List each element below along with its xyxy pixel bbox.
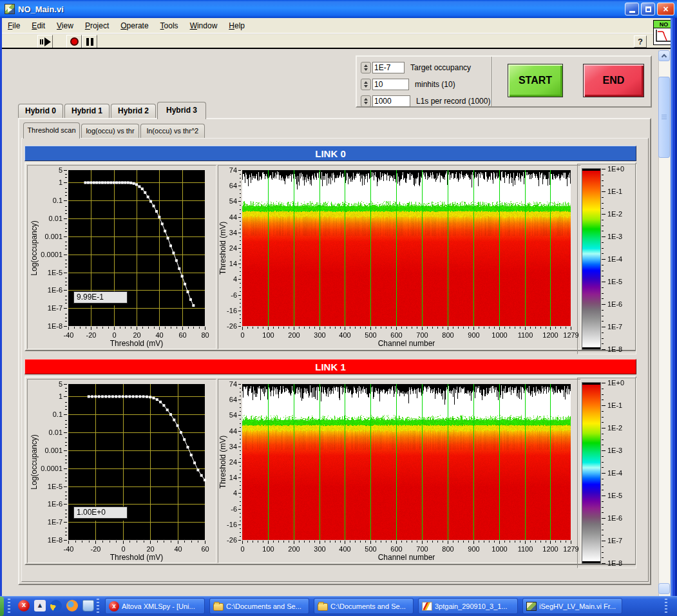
toolbar — [2, 34, 675, 49]
taskbar-separator — [8, 599, 10, 614]
decrement-icon — [364, 102, 368, 104]
link1-cursor-value: 1.00E+0 — [73, 506, 128, 519]
window-border-right — [671, 18, 677, 596]
menu-view[interactable]: View — [51, 19, 79, 33]
globe-icon[interactable] — [50, 600, 62, 611]
labview-front-panel-window: NO_Main.vi × File Edit View Project Oper… — [0, 0, 677, 616]
taskbar-button-explorer-1[interactable]: C:\Documents and Se... — [209, 598, 309, 614]
increment-icon — [364, 81, 368, 84]
glass-icon[interactable] — [82, 600, 94, 611]
l1s-per-record-label: L1s per record (1000) — [416, 97, 490, 106]
target-occupancy-stepper[interactable] — [361, 62, 371, 73]
link0-cursor-value: 9.99E-1 — [73, 291, 128, 303]
app-icon — [5, 4, 15, 14]
increment-icon — [364, 98, 368, 101]
minimize-icon — [629, 11, 635, 13]
menu-file[interactable]: File — [2, 19, 26, 33]
link0-color-scale[interactable] — [578, 165, 635, 353]
link0-threshold-scan-graph[interactable] — [28, 166, 216, 348]
link1-header: LINK 1 — [24, 359, 636, 374]
close-icon: × — [663, 5, 668, 14]
tab-hybrid-1[interactable]: Hybrid 1 — [64, 104, 110, 118]
pause-icon — [86, 38, 93, 46]
target-occupancy-label: Target occupancy — [410, 63, 471, 72]
scrollbar-up-button[interactable] — [658, 50, 670, 61]
labview-icon — [526, 602, 537, 611]
tab-hybrid-2[interactable]: Hybrid 2 — [111, 104, 156, 118]
scrollbar-down-button[interactable] — [658, 583, 670, 594]
decrement-icon — [364, 85, 368, 88]
taskbar-separator — [97, 599, 99, 614]
maximize-icon — [645, 6, 651, 12]
end-button[interactable]: END — [583, 64, 644, 97]
firefox-icon[interactable] — [66, 600, 78, 611]
window-title: NO_Main.vi — [18, 5, 64, 14]
title-bar[interactable]: NO_Main.vi — [0, 0, 677, 18]
run-arrow-icon — [40, 39, 44, 44]
link1-threshold-scan-graph[interactable] — [28, 380, 216, 562]
subtab-threshold-scan[interactable]: Threshold scan — [23, 122, 80, 139]
increment-icon — [364, 64, 368, 67]
subtab-log-occu-vs-thr[interactable]: log(occu) vs thr — [81, 124, 139, 139]
xmlspy-icon[interactable]: x — [18, 600, 30, 611]
stop-icon — [70, 37, 79, 46]
toolbar-divider — [0, 48, 677, 49]
decrement-icon — [364, 68, 368, 71]
scrollbar-thumb[interactable] — [658, 77, 670, 158]
run-button[interactable] — [37, 35, 53, 48]
link0-occupancy-map-graph[interactable] — [219, 166, 580, 348]
taskbar-button-xmlspy[interactable]: x Altova XMLSpy - [Uni... — [105, 598, 205, 614]
menu-edit[interactable]: Edit — [26, 19, 51, 33]
link0-header: LINK 0 — [24, 146, 636, 161]
tab-hybrid-0[interactable]: Hybrid 0 — [18, 104, 63, 118]
subtab-ln-occu-vs-thr2[interactable]: ln(occu) vs thr^2 — [140, 124, 205, 139]
taskbar-button-3ptgain[interactable]: 3ptgain_290910_3_1... — [418, 598, 518, 614]
chevron-up-icon — [662, 54, 667, 59]
menu-window[interactable]: Window — [184, 19, 224, 33]
plot-icon — [422, 602, 432, 611]
minhits-input[interactable] — [372, 79, 409, 90]
minimize-button[interactable] — [625, 3, 639, 15]
maximize-button[interactable] — [641, 3, 655, 15]
taskbar-separator — [665, 599, 667, 614]
menu-bar: File Edit View Project Operate Tools Win… — [2, 18, 675, 34]
prism-icon[interactable]: ▲ — [34, 600, 46, 611]
l1s-per-record-input[interactable] — [372, 95, 410, 107]
taskbar-button-explorer-2[interactable]: C:\Documents and Se... — [314, 598, 414, 614]
context-help-button[interactable]: ? — [634, 35, 647, 48]
folder-icon — [213, 603, 224, 611]
menu-tools[interactable]: Tools — [155, 19, 184, 33]
link1-color-scale[interactable] — [578, 379, 635, 567]
taskbar-button-iseghv[interactable]: iSegHV_LV_Main.vi Fr... — [522, 598, 622, 614]
menu-project[interactable]: Project — [79, 19, 115, 33]
close-button[interactable]: × — [657, 3, 674, 15]
tab-hybrid-3[interactable]: Hybrid 3 — [157, 102, 206, 119]
pause-button[interactable] — [82, 35, 97, 48]
link1-occupancy-map-graph[interactable] — [219, 380, 580, 562]
abort-button[interactable] — [66, 35, 82, 48]
target-occupancy-input[interactable] — [372, 62, 405, 73]
start-button[interactable]: START — [508, 64, 563, 97]
window-border-left — [0, 18, 2, 596]
start-button-edge[interactable] — [0, 597, 4, 616]
menu-operate[interactable]: Operate — [115, 19, 154, 33]
folder-icon — [318, 603, 328, 611]
minhits-stepper[interactable] — [361, 79, 371, 90]
menu-help[interactable]: Help — [223, 19, 251, 33]
xmlspy-icon: x — [109, 601, 119, 611]
l1s-per-record-stepper[interactable] — [361, 95, 371, 107]
minhits-label: minhits (10) — [415, 80, 455, 89]
